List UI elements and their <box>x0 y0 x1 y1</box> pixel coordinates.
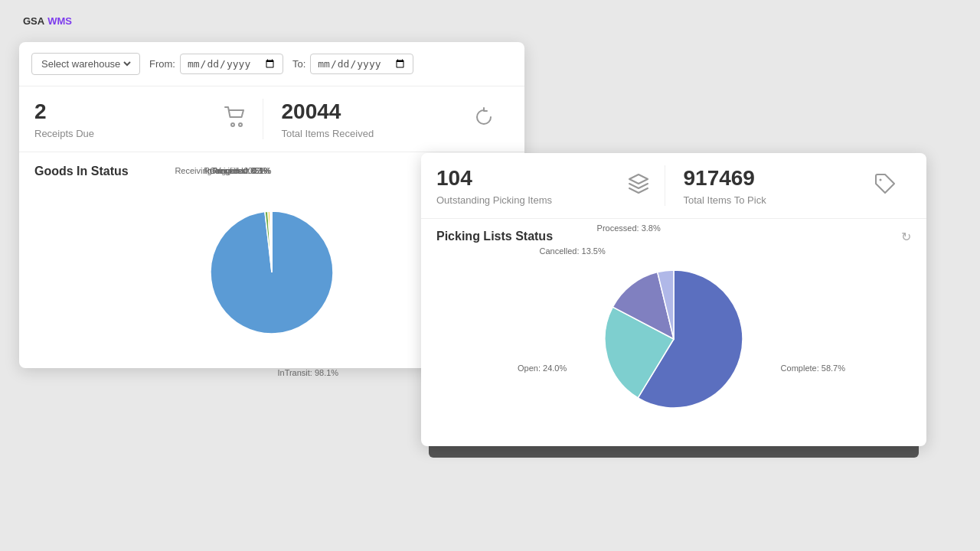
picking-card: 104 Outstanding Picking Items 917469 Tot… <box>421 153 926 446</box>
toolbar: Select warehouse From: To: <box>19 42 524 86</box>
picking-refresh-icon[interactable]: ↻ <box>901 230 911 244</box>
logo: GSA WMS <box>23 15 72 27</box>
total-received-block: 20044 Total Items Received <box>263 99 510 139</box>
cart-icon <box>224 106 247 131</box>
tag-icon <box>874 173 896 197</box>
svg-point-1 <box>239 123 242 126</box>
goods-in-pie-chart: InTransit: 98.1%Received: 0.8%Verified: … <box>88 192 456 345</box>
layers-icon <box>628 173 649 197</box>
to-date-input[interactable] <box>310 54 413 74</box>
svg-text:Complete: 58.7%: Complete: 58.7% <box>781 364 846 373</box>
stats-row: 2 Receipts Due 20044 Total Items Receive… <box>19 86 524 152</box>
outstanding-block: 104 Outstanding Picking Items <box>436 165 665 206</box>
picking-pie-chart: Complete: 58.7%Open: 24.0%Cancelled: 13.… <box>490 255 858 423</box>
back-card-bottom-bar <box>429 444 919 458</box>
logo-gsa: GSA <box>23 15 44 27</box>
warehouse-dropdown[interactable]: Select warehouse <box>38 57 133 70</box>
from-label: From: <box>149 58 175 70</box>
from-date-field: From: <box>149 54 283 74</box>
svg-text:Open: 24.0%: Open: 24.0% <box>518 363 567 372</box>
svg-text:ReceivingTriggered: 0.1%: ReceivingTriggered: 0.1% <box>175 166 271 175</box>
svg-text:Cancelled: 13.5%: Cancelled: 13.5% <box>540 246 606 255</box>
logo-wms: WMS <box>47 15 72 27</box>
svg-marker-8 <box>629 174 648 184</box>
receipts-due-block: 2 Receipts Due <box>34 99 263 139</box>
svg-text:InTransit: 98.1%: InTransit: 98.1% <box>277 367 338 377</box>
from-date-input[interactable] <box>180 54 283 74</box>
total-pick-block: 917469 Total Items To Pick <box>665 165 912 206</box>
to-date-field: To: <box>292 54 413 74</box>
picking-stats: 104 Outstanding Picking Items 917469 Tot… <box>421 153 926 219</box>
picking-chart-area: Complete: 58.7%Open: 24.0%Cancelled: 13.… <box>421 247 926 431</box>
picking-list-title: Picking Lists Status <box>436 230 553 243</box>
svg-point-0 <box>231 123 234 126</box>
to-label: To: <box>292 58 305 70</box>
warehouse-select[interactable]: Select warehouse <box>31 53 140 75</box>
refresh-icon[interactable] <box>474 107 494 130</box>
svg-point-9 <box>880 179 882 181</box>
svg-text:Processed: 3.8%: Processed: 3.8% <box>597 223 661 233</box>
